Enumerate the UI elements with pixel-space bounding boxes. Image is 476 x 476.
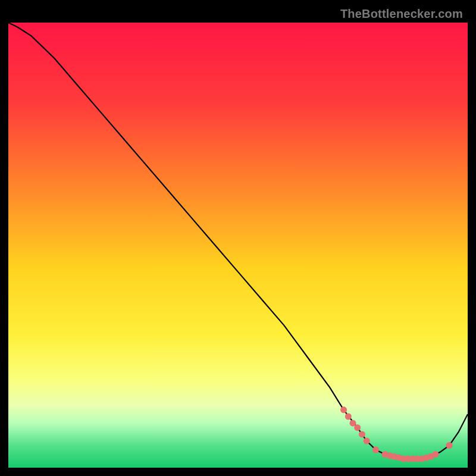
highlight-dot xyxy=(433,451,439,458)
highlight-dot xyxy=(446,442,453,449)
plot-area xyxy=(8,23,468,468)
highlight-dot xyxy=(359,431,365,437)
highlight-dot xyxy=(364,438,370,444)
bottleneck-chart xyxy=(8,23,468,468)
chart-frame: TheBottlenecker.com xyxy=(8,8,468,468)
watermark-text: TheBottlenecker.com xyxy=(340,7,463,21)
highlight-dot xyxy=(345,414,352,420)
highlight-dot xyxy=(340,406,347,413)
gradient-background xyxy=(8,23,468,468)
highlight-dot xyxy=(354,424,361,431)
highlight-dot xyxy=(372,447,379,453)
